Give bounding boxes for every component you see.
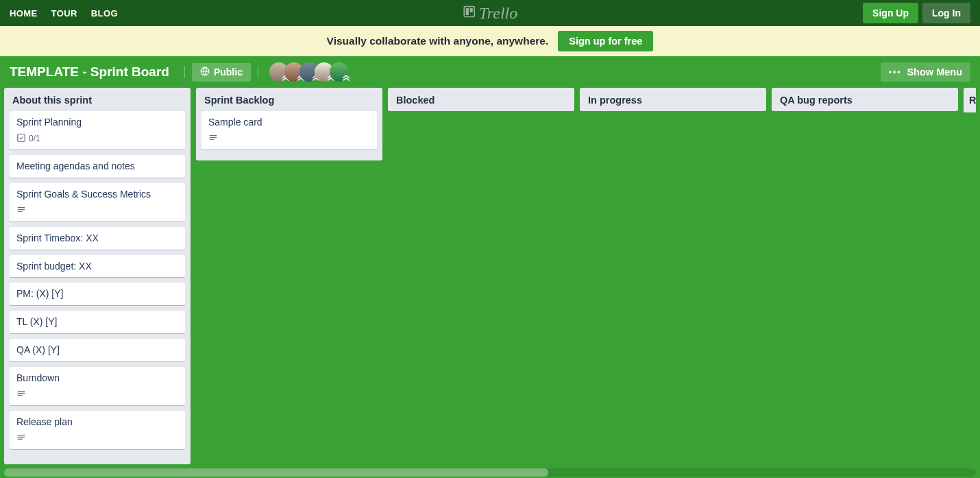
promo-signup-button[interactable]: Sign up for free <box>558 31 653 51</box>
list-title[interactable]: Blocked <box>388 88 574 111</box>
card-title: Sprint Goals & Success Metrics <box>16 188 178 201</box>
svg-rect-6 <box>18 209 25 210</box>
nav-blog[interactable]: BLOG <box>91 8 118 19</box>
card[interactable]: Sprint Goals & Success Metrics <box>10 183 185 222</box>
trello-board-icon <box>463 5 476 21</box>
card[interactable]: Meeting agendas and notes <box>10 155 185 178</box>
checklist-icon <box>16 133 26 145</box>
card[interactable]: Burndown <box>10 367 185 405</box>
card-title: PM: (X) [Y] <box>16 287 178 300</box>
board-members <box>269 62 349 82</box>
svg-rect-9 <box>18 393 25 394</box>
top-navbar: HOME TOUR BLOG Trello Sign Up Log In <box>0 0 980 26</box>
card-badges <box>208 133 370 145</box>
card[interactable]: Sprint budget: XX <box>10 255 185 278</box>
topbar-left-links: HOME TOUR BLOG <box>10 8 118 19</box>
svg-rect-12 <box>18 437 25 438</box>
card-title: Sprint Planning <box>16 116 178 129</box>
list-title[interactable]: QA bug reports <box>772 88 958 111</box>
card-title: Burndown <box>16 372 178 385</box>
card[interactable]: QA (X) [Y] <box>10 339 185 361</box>
list-title[interactable]: Sprint Backlog <box>196 88 382 111</box>
svg-rect-13 <box>18 439 23 440</box>
show-menu-label: Show Menu <box>907 67 962 77</box>
ellipsis-icon: ••• <box>889 67 902 77</box>
svg-rect-2 <box>470 8 473 12</box>
show-menu-button[interactable]: ••• Show Menu <box>881 62 970 82</box>
board-header: TEMPLATE - Sprint Board Public ••• Show … <box>0 56 980 88</box>
nav-tour[interactable]: TOUR <box>51 8 77 19</box>
description-icon <box>16 389 26 401</box>
svg-rect-5 <box>18 207 25 208</box>
list-blocked: Blocked <box>388 88 574 111</box>
trello-logo[interactable]: Trello <box>463 4 517 23</box>
svg-rect-4 <box>18 134 25 142</box>
divider <box>184 66 185 78</box>
globe-icon <box>200 67 210 78</box>
divider <box>258 66 258 78</box>
list-in-progress: In progress <box>580 88 766 111</box>
card[interactable]: Sprint Planning 0/1 <box>10 111 185 150</box>
svg-rect-8 <box>18 391 25 392</box>
board-canvas: About this sprint Sprint Planning 0/1 Me… <box>0 88 980 478</box>
chevron-up-icon <box>342 75 350 83</box>
card[interactable]: Release plan <box>10 411 185 449</box>
card-title: TL (X) [Y] <box>16 315 178 328</box>
list-qa-bug-reports: QA bug reports <box>772 88 958 111</box>
list-about-this-sprint: About this sprint Sprint Planning 0/1 Me… <box>4 88 191 464</box>
promo-banner: Visually collaborate with anyone, anywhe… <box>0 26 980 56</box>
lists-row[interactable]: About this sprint Sprint Planning 0/1 Me… <box>4 88 976 464</box>
card-title: Release plan <box>16 416 178 429</box>
list-title[interactable]: About this sprint <box>4 88 191 111</box>
card-title: Sample card <box>208 116 370 129</box>
description-icon <box>208 133 218 145</box>
description-icon <box>16 205 26 217</box>
list-cards: Sample card <box>196 111 382 160</box>
promo-text: Visually collaborate with anyone, anywhe… <box>327 35 549 47</box>
avatar[interactable] <box>330 62 349 82</box>
list-title[interactable]: In progress <box>580 88 766 111</box>
card[interactable]: Sprint Timebox: XX <box>10 227 185 250</box>
list-peek-next[interactable]: R <box>964 88 976 112</box>
card-title: Meeting agendas and notes <box>16 160 178 173</box>
card-badges <box>16 205 178 217</box>
board-title[interactable]: TEMPLATE - Sprint Board <box>10 64 169 80</box>
checklist-count: 0/1 <box>29 134 40 143</box>
board-visibility-label: Public <box>214 67 243 77</box>
svg-rect-0 <box>464 7 474 17</box>
topbar-right: Sign Up Log In <box>863 3 970 23</box>
card[interactable]: TL (X) [Y] <box>10 311 185 333</box>
svg-rect-16 <box>210 139 215 140</box>
svg-rect-14 <box>210 135 217 136</box>
card-title: QA (X) [Y] <box>16 344 178 357</box>
nav-home[interactable]: HOME <box>10 8 38 19</box>
card-badges <box>16 389 178 401</box>
card[interactable]: PM: (X) [Y] <box>10 283 185 305</box>
svg-rect-10 <box>18 395 23 396</box>
svg-rect-1 <box>466 8 469 15</box>
svg-rect-7 <box>18 211 23 211</box>
list-cards: Sprint Planning 0/1 Meeting agendas and … <box>4 111 191 460</box>
login-button[interactable]: Log In <box>922 3 970 23</box>
horizontal-scrollbar-track[interactable] <box>4 468 976 477</box>
description-icon <box>16 433 26 444</box>
svg-rect-11 <box>18 435 25 435</box>
card[interactable]: Sample card <box>201 111 377 150</box>
board-visibility-button[interactable]: Public <box>192 63 251 82</box>
card-badges <box>16 433 178 444</box>
trello-logo-text: Trello <box>479 4 517 23</box>
horizontal-scrollbar-thumb[interactable] <box>4 468 548 477</box>
signup-button[interactable]: Sign Up <box>863 3 918 23</box>
card-title: Sprint Timebox: XX <box>16 232 178 245</box>
svg-rect-15 <box>210 137 217 138</box>
list-sprint-backlog: Sprint Backlog Sample card <box>196 88 382 160</box>
card-title: Sprint budget: XX <box>16 260 178 273</box>
card-badges: 0/1 <box>16 133 178 145</box>
